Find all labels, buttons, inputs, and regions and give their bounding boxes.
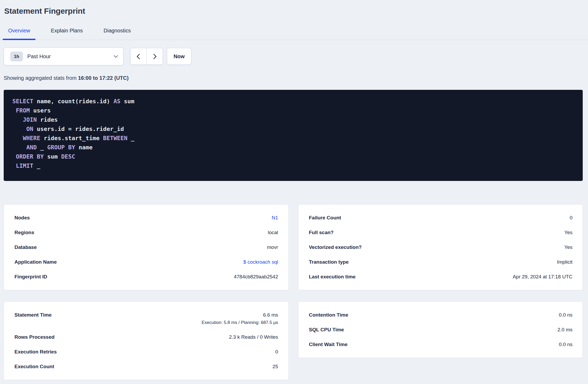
row-label: Contention Time <box>309 312 348 318</box>
active-tab-underline <box>3 39 36 40</box>
row-value: Yes <box>564 244 572 250</box>
summary-row: Fingerprint ID4784cb829aab2542 <box>14 274 278 280</box>
row-value-group: 2.3 k Reads / 0 Writes <box>229 334 278 340</box>
sql-text: _ <box>33 163 40 169</box>
row-value-group: Implicit <box>557 259 572 265</box>
summary-row: Statement Time6.6 msExecution: 5.8 ms / … <box>14 312 278 326</box>
row-value: 25 <box>272 363 278 370</box>
row-label: SQL CPU Time <box>309 327 344 333</box>
row-value-group: 2.0 ms <box>557 327 572 333</box>
row-value-group: local <box>268 229 278 236</box>
chevron-right-icon <box>151 53 157 59</box>
time-range-dropdown[interactable]: 1h Past Hour <box>4 47 123 65</box>
row-label: Execution Retries <box>14 349 57 355</box>
statement-timing-card: Statement Time6.6 msExecution: 5.8 ms / … <box>4 302 288 380</box>
summary-row: Execution Retries0 <box>14 349 278 355</box>
tab-label: Explain Plans <box>51 28 83 34</box>
row-label: Full scan? <box>309 229 334 236</box>
app-name-link[interactable]: $ cockroach sql <box>243 259 278 265</box>
summary-row: Full scan?Yes <box>309 229 573 236</box>
row-value-group: $ cockroach sql <box>243 259 278 265</box>
sql-text: name <box>75 144 92 151</box>
chevron-down-icon <box>114 53 118 58</box>
row-value: 0.0 ns <box>559 312 572 318</box>
sql-text: users <box>30 107 51 114</box>
sql-text: rides.start_time <box>40 135 103 141</box>
summary-row: Vectorized execution?Yes <box>309 244 573 250</box>
sql-line: ON users.id = rides.rider_id <box>12 124 574 134</box>
sql-text <box>12 163 16 169</box>
sql-text <box>12 107 16 114</box>
sql-line: LIMIT _ <box>12 161 574 170</box>
next-time-button[interactable] <box>147 48 163 65</box>
row-value: local <box>268 229 278 236</box>
sql-text <box>12 144 26 151</box>
row-value: 0 <box>275 349 278 355</box>
summary-row: Client Wait Time0.0 ns <box>309 341 573 348</box>
tab-label: Overview <box>8 28 30 34</box>
sql-line: FROM users <box>12 106 574 115</box>
sql-line: AND _ GROUP BY name <box>12 143 574 152</box>
summary-row: Databasemovr <box>14 244 278 250</box>
stats-summary-prefix: Showing aggregated stats from <box>4 75 78 81</box>
sql-text: _ <box>37 144 47 151</box>
row-value: 0 <box>570 215 572 221</box>
sql-keyword: WHERE <box>23 135 40 141</box>
row-label: Fingerprint ID <box>14 274 47 280</box>
summary-row: SQL CPU Time2.0 ms <box>309 327 573 333</box>
summary-row: Regionslocal <box>14 229 278 236</box>
row-value: Apr 29, 2024 at 17:18 UTC <box>513 274 572 280</box>
summary-row: Transaction typeImplicit <box>309 259 573 265</box>
time-range-badge: 1h <box>10 52 23 61</box>
sql-text <box>12 135 23 141</box>
tab-label: Diagnostics <box>104 28 131 34</box>
row-label: Execution Count <box>14 363 54 370</box>
row-value-group: 25 <box>272 363 278 370</box>
sql-keyword: SELECT <box>12 98 33 105</box>
sql-keyword: ORDER BY <box>16 153 44 160</box>
row-value: 4784cb829aab2542 <box>234 274 278 280</box>
row-label: Client Wait Time <box>309 341 348 348</box>
sql-keyword: JOIN <box>23 116 37 123</box>
tab-diagnostics[interactable]: Diagnostics <box>98 21 136 40</box>
row-label: Transaction type <box>309 259 349 265</box>
row-label: Database <box>14 244 37 250</box>
summary-row: Execution Count25 <box>14 363 278 370</box>
row-value-group: 0.0 ns <box>559 312 572 318</box>
execution-attributes-card: Failure Count0Full scan?YesVectorized ex… <box>298 204 583 290</box>
chevron-left-icon <box>136 53 142 59</box>
node-link[interactable]: N1 <box>272 215 278 221</box>
prev-time-button[interactable] <box>131 48 147 65</box>
row-value-group: 0 <box>275 349 278 355</box>
row-label: Last execution time <box>309 274 356 280</box>
sql-text: name, count(rides.id) <box>33 98 113 105</box>
aggregated-stats-summary: Showing aggregated stats from 16:00 to 1… <box>4 75 588 81</box>
row-value: 0.0 ns <box>559 341 572 348</box>
row-subvalue: Execution: 5.8 ms / Planning: 687.5 µs <box>202 320 278 326</box>
sql-keyword: GROUP BY <box>47 144 75 151</box>
sql-text <box>12 126 26 132</box>
statement-details-card: NodesN1RegionslocalDatabasemovrApplicati… <box>4 204 288 290</box>
row-value-group: Apr 29, 2024 at 17:18 UTC <box>513 274 572 280</box>
sql-line: WHERE rides.start_time BETWEEN _ <box>12 134 574 143</box>
row-value: Yes <box>564 229 572 236</box>
wait-times-card: Contention Time0.0 nsSQL CPU Time2.0 msC… <box>298 302 583 358</box>
row-value-group: 6.6 msExecution: 5.8 ms / Planning: 687.… <box>202 312 278 326</box>
sql-statement-box: SELECT name, count(rides.id) AS sum FROM… <box>4 90 583 181</box>
row-value-group: movr <box>267 244 278 250</box>
now-button[interactable]: Now <box>167 48 191 65</box>
tab-explain-plans[interactable]: Explain Plans <box>45 21 88 40</box>
summary-row: Failure Count0 <box>309 215 573 221</box>
sql-line: ORDER BY sum DESC <box>12 152 574 161</box>
summary-row: Contention Time0.0 ns <box>309 312 573 318</box>
sql-text <box>12 153 16 160</box>
tab-overview[interactable]: Overview <box>3 21 36 40</box>
sql-keyword: DESC <box>61 153 75 160</box>
sql-text: _ <box>127 135 134 141</box>
row-value: movr <box>267 244 278 250</box>
tab-list: OverviewExplain PlansDiagnostics <box>3 21 588 40</box>
sql-line: SELECT name, count(rides.id) AS sum <box>12 97 574 106</box>
sql-keyword: ON <box>26 126 33 132</box>
row-value-group: 0 <box>570 215 572 221</box>
row-value-group: Yes <box>564 229 572 236</box>
